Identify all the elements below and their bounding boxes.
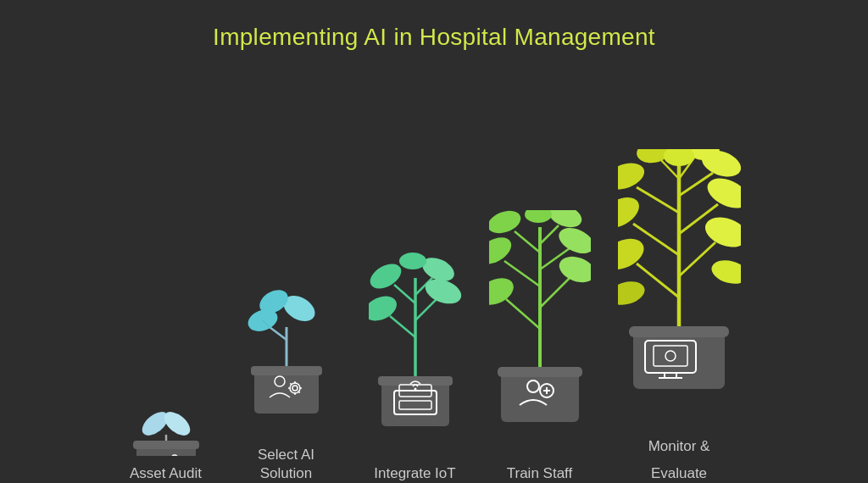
label-select-ai: Select AI Solution [231,446,342,483]
svg-point-75 [701,212,741,253]
svg-line-70 [637,187,679,213]
plant-svg-4 [489,210,591,456]
svg-rect-18 [254,369,319,414]
svg-line-50 [515,231,540,253]
plant-train-staff: Train Staff [489,210,591,483]
label-monitor-line1: Monitor & [648,437,710,456]
svg-point-58 [525,210,552,223]
svg-line-47 [540,278,570,308]
svg-point-83 [618,278,648,309]
svg-line-13 [270,327,287,340]
svg-rect-59 [501,371,579,422]
plant-svg-1 [128,363,204,456]
plant-visual-1 [128,363,204,456]
label-integrate-iot: Integrate IoT [374,464,455,483]
svg-point-55 [554,223,590,258]
plant-svg-2 [244,276,329,437]
svg-point-56 [489,210,524,237]
svg-line-46 [506,299,540,329]
label-asset-audit: Asset Audit [130,464,202,483]
plant-asset-audit: Asset Audit [128,363,204,483]
plant-monitor: Monitor & Evaluate [618,149,741,483]
label-monitor-line2: Evaluate [651,464,707,483]
plants-container: Asset Audit [0,68,868,483]
svg-rect-19 [251,366,322,375]
page-title: Implementing AI in Hospital Management [213,24,655,51]
plant-visual-3 [369,253,462,456]
svg-rect-4 [133,441,199,449]
svg-point-78 [618,158,648,194]
svg-line-32 [394,285,415,303]
svg-line-67 [679,242,715,276]
plant-visual-2 [244,276,329,437]
plant-visual-5 [618,149,741,429]
svg-rect-60 [498,367,582,377]
svg-point-53 [555,252,590,286]
svg-point-84 [709,257,741,288]
svg-point-57 [546,210,585,231]
label-train-staff: Train Staff [507,464,572,483]
svg-point-36 [369,259,405,294]
svg-line-51 [540,225,559,244]
svg-point-54 [489,232,516,270]
svg-line-31 [415,299,437,320]
plant-svg-5 [618,149,741,429]
plant-select-ai: Select AI Solution [231,276,342,483]
plant-integrate-iot: Integrate IoT [369,253,462,483]
svg-point-38 [399,253,426,269]
svg-rect-39 [381,380,449,426]
svg-point-44 [414,387,416,390]
plant-svg-3 [369,253,462,456]
svg-line-71 [679,173,713,196]
svg-point-77 [703,172,741,214]
plant-visual-4 [489,210,591,456]
svg-rect-86 [629,326,729,337]
svg-line-30 [390,316,415,337]
